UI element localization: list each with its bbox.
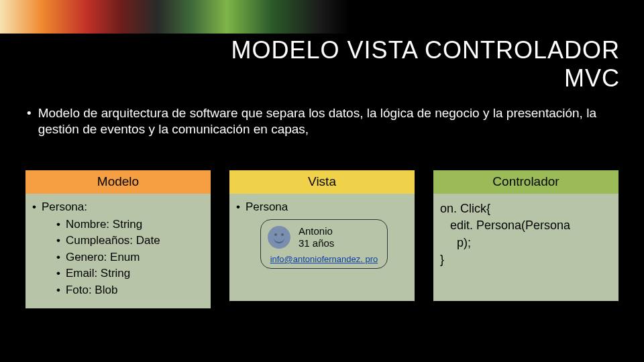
bullet-dot-icon: • — [56, 217, 60, 233]
column-modelo: Modelo • Persona: •Nombre: String •Cumpl… — [25, 170, 211, 308]
column-modelo-body: • Persona: •Nombre: String •Cumpleaños: … — [25, 194, 211, 308]
bullet-dot-icon: • — [27, 105, 32, 121]
persona-name: Antonio — [299, 225, 334, 238]
description-text: Modelo de arquitectura de software que s… — [38, 105, 620, 138]
modelo-item: Persona: •Nombre: String •Cumpleaños: Da… — [42, 200, 160, 299]
vista-item-title: Persona — [246, 200, 288, 213]
modelo-fields: •Nombre: String •Cumpleaños: Date •Gener… — [42, 217, 160, 299]
persona-age: 31 años — [299, 237, 334, 250]
modelo-field: Foto: Blob — [66, 282, 118, 299]
column-vista-body: • Persona Antonio 31 añ — [229, 194, 415, 301]
slide-title: MODELO VISTA CONTROLADOR MVC — [20, 36, 624, 93]
slide: MODELO VISTA CONTROLADOR MVC • Modelo de… — [0, 0, 644, 308]
bullet-dot-icon: • — [56, 249, 60, 266]
bullet-dot-icon: • — [56, 282, 60, 299]
column-controlador-header: Controlador — [433, 170, 619, 194]
vista-item: Persona Antonio 31 años — [246, 200, 388, 269]
title-line1: MODELO VISTA CONTROLADOR — [231, 36, 620, 64]
column-vista: Vista • Persona — [229, 170, 415, 308]
title-line2: MVC — [564, 64, 620, 92]
smiley-icon — [268, 226, 290, 249]
column-controlador-body: on. Click{ edit. Persona(Persona p); } — [433, 194, 619, 301]
modelo-field: Genero: Enum — [66, 249, 140, 266]
persona-card-lines: Antonio 31 años — [299, 225, 334, 251]
columns-container: Modelo • Persona: •Nombre: String •Cumpl… — [20, 170, 624, 308]
column-controlador: Controlador on. Click{ edit. Persona(Per… — [433, 170, 619, 308]
controlador-code: on. Click{ edit. Persona(Persona p); } — [440, 200, 612, 269]
bullet-dot-icon: • — [236, 200, 240, 269]
bullet-dot-icon: • — [32, 200, 36, 299]
modelo-field: Email: String — [66, 265, 130, 282]
modelo-field: Cumpleaños: Date — [66, 233, 160, 249]
persona-card: Antonio 31 años info@antoniofernandez. p… — [260, 219, 388, 269]
persona-email-link[interactable]: info@antoniofernandez. pro — [268, 254, 380, 264]
description-bullet: • Modelo de arquitectura de software que… — [20, 105, 624, 138]
modelo-item-title: Persona: — [42, 200, 87, 213]
bullet-dot-icon: • — [56, 265, 60, 282]
modelo-field: Nombre: String — [66, 217, 142, 233]
column-vista-header: Vista — [229, 170, 415, 194]
column-modelo-header: Modelo — [25, 170, 211, 194]
bullet-dot-icon: • — [56, 233, 60, 249]
